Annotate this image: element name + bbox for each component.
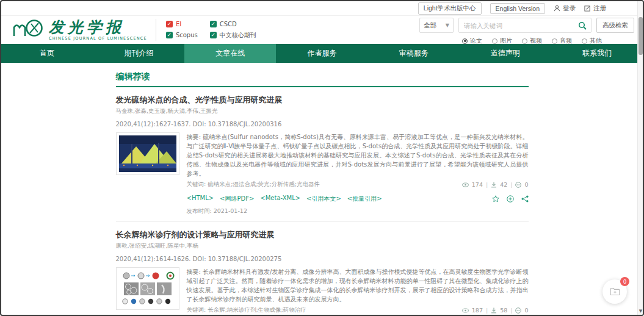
meta-xml-link[interactable]: <Meta-XML> — [260, 195, 300, 203]
journal-homepage: { "ui": { "sep": "|" }, "topbar": { "cen… — [0, 0, 644, 316]
main-nav: 首页 期刊介绍 文章在线 作者服务 审稿服务 道德声明 联系我们 — [1, 44, 643, 63]
views-icon — [462, 308, 469, 313]
journal-name-cn: 发光学报 — [49, 20, 147, 35]
article-title[interactable]: 发光硫纳米点的合成、光学性质与应用研究进展 — [116, 95, 529, 106]
login-link[interactable]: 登录 — [554, 4, 576, 13]
nav-home[interactable]: 首页 — [1, 44, 93, 63]
top-utility-bar: Light学术出版中心 English Version 登录 注册 — [1, 1, 643, 16]
article-stats: 187 | 58 | 0 — [462, 307, 529, 314]
article-keywords: 关键词: 硫纳米点;湿法合成;荧光;分析传感;光电器件 — [187, 181, 320, 189]
radio-other[interactable]: 其他 — [582, 37, 602, 45]
index-badges: ✓ EI ✓ CSCD ✓ Scopus ✓ 中文核心期刊 — [166, 21, 256, 40]
article-stats: 174 | 42 | 0 — [462, 181, 529, 188]
folder-plus-icon — [610, 287, 620, 296]
article-citation: 2020,41(12):1627-1637. DOI: 10.37188/CJL… — [116, 121, 529, 127]
editor-picks-section: 编辑荐读 发光硫纳米点的合成、光学性质与应用研究进展 马金珠,张淼,史玉璇,杨大… — [116, 63, 529, 316]
downloads-icon — [491, 182, 497, 188]
nav-contact-us[interactable]: 联系我们 — [551, 44, 643, 63]
badge-cscd: ✓ CSCD — [210, 21, 256, 27]
scrollbar-thumb[interactable] — [639, 17, 643, 55]
article-thumbnail[interactable] — [116, 267, 179, 310]
section-header: 编辑荐读 — [116, 70, 529, 87]
radio-paper[interactable]: 论文 — [462, 37, 482, 45]
article-thumbnail[interactable] — [116, 132, 179, 175]
batch-cite-link[interactable]: <批量引用> — [347, 195, 382, 203]
article-pubdate: 发布时间: 2021-01-12 — [187, 207, 529, 215]
views-icon — [462, 182, 469, 187]
html-link[interactable]: <HTML> — [187, 195, 214, 203]
journal-emblem-icon — [12, 18, 44, 42]
article-abstract: 摘要: 长余辉纳米材料具有激发/发射分离、成像分辨率高、大面积成像与操作模式便捷… — [187, 267, 529, 304]
search-icon[interactable] — [574, 21, 591, 30]
register-icon — [584, 5, 591, 12]
header-divider — [156, 19, 156, 41]
article-item: 发光硫纳米点的合成、光学性质与应用研究进展 马金珠,张淼,史玉璇,杨大清,李伟,… — [116, 87, 529, 222]
journal-name-en: CHINESE JOURNAL OF LUMINESCENCE — [49, 36, 147, 41]
article-authors: 马金珠,张淼,史玉璇,杨大清,李伟,王振光 — [116, 107, 529, 115]
register-link[interactable]: 注册 — [584, 4, 606, 13]
nav-articles-online[interactable]: 文章在线 — [184, 44, 276, 63]
nav-journal-intro[interactable]: 期刊介绍 — [93, 44, 184, 63]
search-area: 全部 ▼ 高级检索 论文 图片 视频 音频 其他 — [419, 18, 634, 45]
site-header: 发光学报 CHINESE JOURNAL OF LUMINESCENCE ✓ E… — [1, 16, 643, 44]
radio-icon — [582, 38, 587, 44]
radio-icon — [522, 38, 527, 44]
add-circle-icon[interactable] — [507, 195, 514, 203]
badge-ei: ✓ EI — [166, 21, 198, 27]
nav-review-services[interactable]: 审稿服务 — [368, 44, 460, 63]
section-title: 编辑荐读 — [116, 71, 150, 81]
badge-scopus: ✓ Scopus — [166, 31, 198, 40]
nav-author-services[interactable]: 作者服务 — [276, 44, 367, 63]
radio-video[interactable]: 视频 — [522, 37, 542, 45]
search-input[interactable] — [459, 22, 574, 29]
search-box — [458, 18, 592, 33]
user-icon — [554, 5, 560, 12]
article-authors: 康乾,张绍安,练潮旺,陈星中,李杨 — [116, 242, 529, 250]
badge-core-journal: ✓ 中文核心期刊 — [210, 31, 256, 40]
nav-ethics-statement[interactable]: 道德声明 — [460, 44, 551, 63]
collection-count-badge: 0 — [620, 277, 629, 286]
scrollbar-down-arrow[interactable]: ▼ — [638, 309, 643, 314]
checkbox-checked-icon: ✓ — [210, 21, 217, 27]
journal-logo[interactable]: 发光学报 CHINESE JOURNAL OF LUMINESCENCE — [12, 18, 147, 42]
nanoparticle-figure — [119, 270, 176, 307]
collection-folder-button[interactable]: 0 — [602, 279, 627, 304]
search-type-radios: 论文 图片 视频 音频 其他 — [419, 37, 634, 45]
radio-image[interactable]: 图片 — [492, 37, 512, 45]
comments-icon — [515, 307, 521, 314]
radio-icon — [552, 38, 557, 44]
radio-audio[interactable]: 音频 — [552, 37, 572, 45]
share-icon[interactable] — [521, 195, 529, 203]
checkbox-checked-icon: ✓ — [166, 32, 173, 38]
english-version-button[interactable]: English Version — [490, 3, 545, 14]
chevron-down-icon: ▼ — [446, 23, 449, 28]
comments-icon — [515, 182, 521, 188]
article-format-links: <HTML> <网络PDF> <Meta-XML> <引用本文> <批量引用> — [187, 195, 382, 203]
cite-article-link[interactable]: <引用本文> — [306, 195, 341, 203]
checkbox-checked-icon: ✓ — [210, 32, 217, 38]
article-abstract: 摘要: 硫纳米点(Sulfur nanodots，简称S-dots)具有无毒、原… — [187, 132, 529, 178]
article-keywords: 关键词: 长余辉;纳米诊疗剂;生物成像;药物治疗 — [187, 306, 306, 314]
search-category-select[interactable]: 全部 ▼ — [419, 18, 454, 33]
advanced-search-button[interactable]: 高级检索 — [596, 18, 634, 33]
radio-icon — [492, 38, 497, 44]
article-title[interactable]: 长余辉纳米诊疗剂的设计策略与应用研究进展 — [116, 229, 529, 240]
downloads-icon — [491, 307, 497, 314]
article-item: 长余辉纳米诊疗剂的设计策略与应用研究进展 康乾,张绍安,练潮旺,陈星中,李杨 2… — [116, 222, 529, 316]
favorite-star-icon[interactable] — [492, 195, 499, 203]
radio-selected-icon — [462, 38, 468, 44]
checkbox-checked-icon: ✓ — [166, 21, 173, 27]
pdf-link[interactable]: <网络PDF> — [220, 195, 254, 203]
sulfur-piles-photo — [119, 135, 176, 172]
scrollbar[interactable]: ▼ — [637, 1, 643, 315]
light-publishing-center-button[interactable]: Light学术出版中心 — [418, 2, 482, 15]
article-citation: 2020,41(12):1614-1626. DOI: 10.37188/CJL… — [116, 256, 529, 262]
